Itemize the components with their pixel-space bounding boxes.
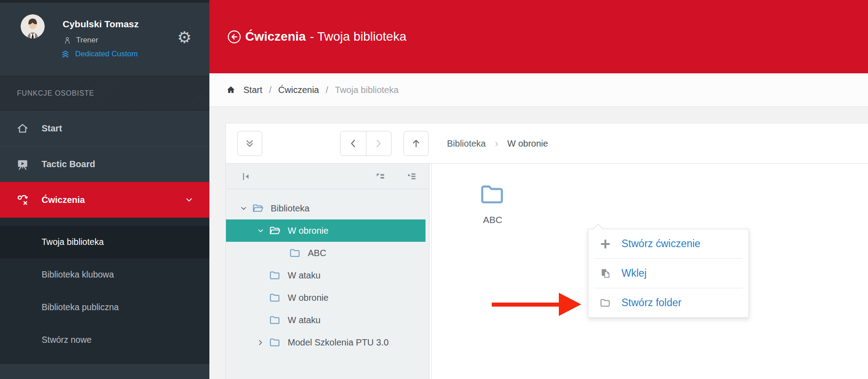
chevron-right-icon[interactable] xyxy=(257,339,264,346)
tree-item-abc[interactable]: ABC xyxy=(226,242,429,264)
folder-path: Biblioteka › W obronie xyxy=(447,123,548,164)
history-nav-buttons xyxy=(340,131,391,156)
folder-tree-panel: Biblioteka W obronie ABC xyxy=(226,164,430,379)
chevron-down-icon xyxy=(185,196,193,204)
submenu-item-twoja-biblioteka[interactable]: Twoja biblioteka xyxy=(0,226,209,258)
toolbar: Biblioteka › W obronie xyxy=(226,123,868,164)
tree-item-w-obronie-2[interactable]: W obronie xyxy=(226,286,429,309)
sidebar-item-start[interactable]: Start xyxy=(0,110,209,146)
chevron-down-icon[interactable] xyxy=(240,205,247,212)
breadcrumb: Start / Ćwiczenia / Twoja biblioteka xyxy=(209,73,868,107)
app-window: Cybulski Tomasz Trener Dedicated Custom … xyxy=(0,0,868,379)
folder-content-area: ABC Stwórz ćwiczenie Wklej xyxy=(432,164,868,379)
chevron-down-icon[interactable] xyxy=(257,227,264,235)
folder-item-abc[interactable]: ABC xyxy=(461,181,524,225)
folder-icon xyxy=(477,181,509,209)
up-folder-button[interactable] xyxy=(404,131,429,156)
tree-item-label: ABC xyxy=(308,248,326,258)
folder-icon xyxy=(289,247,301,259)
collapse-all-icon[interactable] xyxy=(375,171,386,182)
tree-item-w-ataku-2[interactable]: W ataku xyxy=(226,309,429,331)
sidebar-item-cwiczenia[interactable]: Ćwiczenia xyxy=(0,182,209,218)
user-plan-label: Dedicated Custom xyxy=(75,50,138,59)
folder-icon xyxy=(600,297,611,309)
breadcrumb-separator: / xyxy=(326,85,328,95)
breadcrumb-separator: / xyxy=(269,85,272,95)
sidebar-nav: Start Tactic Board Ćwiczenia Twoja bibli… xyxy=(0,110,209,365)
chevron-right-icon xyxy=(373,138,384,149)
tree-item-biblioteka[interactable]: Biblioteka xyxy=(226,197,429,219)
folder-icon xyxy=(269,314,281,326)
user-role-label: Trener xyxy=(76,36,98,45)
plus-icon xyxy=(600,238,611,250)
menu-item-label: Stwórz ćwiczenie xyxy=(621,238,700,250)
tactics-icon xyxy=(16,194,29,206)
settings-gear-icon[interactable]: ⚙ xyxy=(177,29,191,46)
red-arrow-head xyxy=(559,293,581,316)
user-card: Cybulski Tomasz Trener Dedicated Custom … xyxy=(0,3,209,76)
tree-item-label: W ataku xyxy=(288,315,320,325)
tree-item-w-obronie-selected[interactable]: W obronie xyxy=(226,219,425,242)
avatar-illustration xyxy=(21,14,45,38)
page-title-primary: Ćwiczenia xyxy=(245,29,306,44)
folder-icon xyxy=(269,270,281,282)
menu-item-wklej[interactable]: Wklej xyxy=(588,259,749,288)
home-icon xyxy=(226,85,236,95)
person-icon xyxy=(63,36,72,45)
folder-open-icon xyxy=(252,202,264,215)
folder-icon xyxy=(269,292,281,304)
arrow-up-icon xyxy=(410,138,422,149)
back-button[interactable] xyxy=(340,131,366,156)
collapse-rows-button[interactable] xyxy=(237,131,262,156)
triple-chevron-up-icon xyxy=(60,49,71,59)
sidebar-item-tactic-board[interactable]: Tactic Board xyxy=(0,146,209,182)
breadcrumb-item-cwiczenia[interactable]: Ćwiczenia xyxy=(278,85,319,95)
menu-item-label: Stwórz folder xyxy=(621,297,681,309)
annotation-red-arrow xyxy=(492,293,577,316)
sidebar: Cybulski Tomasz Trener Dedicated Custom … xyxy=(0,0,209,379)
sidebar-item-label: Ćwiczenia xyxy=(42,195,85,205)
sidebar-footer-band xyxy=(0,364,209,365)
page-title-secondary: - Twoja biblioteka xyxy=(310,29,406,44)
expand-all-icon[interactable] xyxy=(406,171,417,182)
tactic-board-icon xyxy=(16,158,29,171)
path-item-biblioteka[interactable]: Biblioteka xyxy=(447,139,486,149)
avatar xyxy=(21,14,45,38)
tree-item-label: Model Szkolenia PTU 3.0 xyxy=(288,337,389,348)
tree-item-label: Biblioteka xyxy=(271,203,310,214)
tree-toolbar xyxy=(226,164,429,189)
collapse-panel-icon[interactable] xyxy=(241,171,251,182)
back-circle-icon[interactable] xyxy=(227,30,241,44)
user-plan[interactable]: Dedicated Custom xyxy=(60,49,138,59)
sidebar-section-label: FUNKCJE OSOBISTE xyxy=(0,76,209,110)
workspace: Biblioteka › W obronie xyxy=(209,107,868,379)
tree-item-label: W obronie xyxy=(288,226,328,236)
path-item-current: W obronie xyxy=(507,139,548,149)
menu-item-label: Wklej xyxy=(621,267,647,279)
tree-item-label: W obronie xyxy=(288,293,328,303)
context-menu: Stwórz ćwiczenie Wklej Stwórz folder xyxy=(588,229,749,318)
folder-item-label: ABC xyxy=(461,215,524,225)
breadcrumb-item-start[interactable]: Start xyxy=(243,85,262,95)
submenu-item-biblioteka-klubowa[interactable]: Biblioteka klubowa xyxy=(0,258,209,291)
main-area: Ćwiczenia - Twoja biblioteka Start / Ćwi… xyxy=(209,0,868,379)
menu-item-stworz-cwiczenie[interactable]: Stwórz ćwiczenie xyxy=(588,229,749,258)
sidebar-item-label: Tactic Board xyxy=(42,159,95,169)
library-panel: Biblioteka › W obronie xyxy=(226,123,868,379)
tree-item-label: W ataku xyxy=(288,270,320,281)
user-role: Trener xyxy=(63,36,98,45)
panel-body: Biblioteka W obronie ABC xyxy=(226,164,868,379)
forward-button[interactable] xyxy=(366,131,391,156)
paste-icon xyxy=(600,268,611,279)
tree-body: Biblioteka W obronie ABC xyxy=(226,189,429,354)
red-arrow-shaft xyxy=(492,303,560,307)
menu-item-stworz-folder[interactable]: Stwórz folder xyxy=(588,288,749,317)
home-icon xyxy=(16,122,29,135)
breadcrumb-item-current: Twoja biblioteka xyxy=(335,85,399,95)
tree-item-w-ataku-1[interactable]: W ataku xyxy=(226,264,429,286)
submenu-item-stworz-nowe[interactable]: Stwórz nowe xyxy=(0,324,209,356)
folder-open-icon xyxy=(269,225,281,237)
folder-icon xyxy=(269,337,281,349)
tree-item-model-szkolenia[interactable]: Model Szkolenia PTU 3.0 xyxy=(226,331,429,354)
submenu-item-biblioteka-publiczna[interactable]: Biblioteka publiczna xyxy=(0,291,209,324)
